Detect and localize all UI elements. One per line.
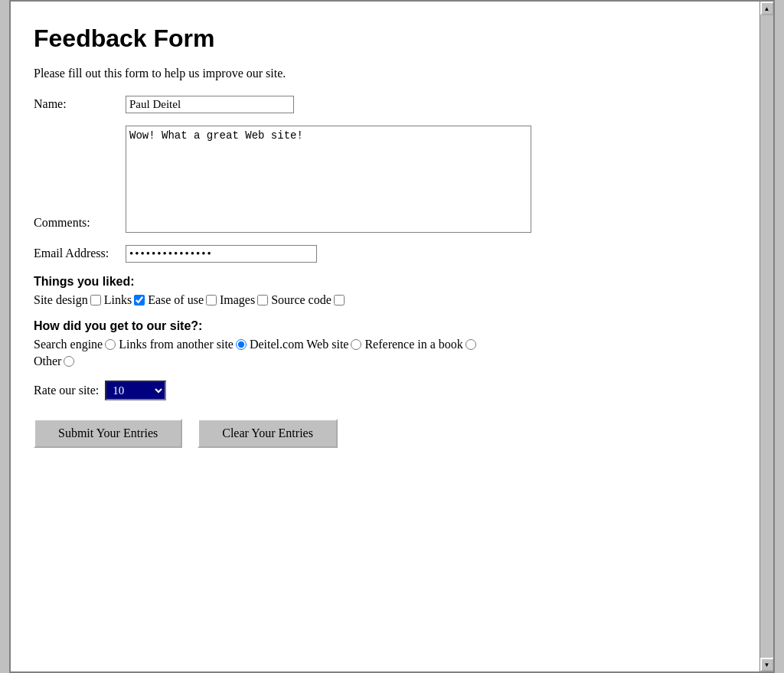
buttons-row: Submit Your Entries Clear Your Entries <box>34 419 743 448</box>
submit-button[interactable]: Submit Your Entries <box>34 419 182 448</box>
radio-links-from-another: Links from another site <box>119 338 247 351</box>
feedback-form: Name: Comments: Wow! What a great Web si… <box>34 96 743 448</box>
comments-label: Comments: <box>34 216 126 233</box>
checkbox-source-code: Source code <box>271 293 345 307</box>
scroll-track <box>760 15 774 658</box>
checkbox-images: Images <box>220 293 268 307</box>
radio-search-engine-label: Search engine <box>34 338 103 351</box>
checkbox-site-design-input[interactable] <box>90 295 101 305</box>
checkbox-ease-of-use-label: Ease of use <box>148 293 204 307</box>
rate-select[interactable]: 1 2 3 4 5 6 7 8 9 10 <box>105 381 166 400</box>
radio-other-label: Other <box>34 354 61 368</box>
scrollbar: ▲ ▼ <box>760 2 773 671</box>
radio-other-input[interactable] <box>64 356 74 367</box>
things-liked-heading: Things you liked: <box>34 275 743 289</box>
radio-reference-book-input[interactable] <box>466 339 476 350</box>
window-frame: Feedback Form Please fill out this form … <box>9 0 775 673</box>
radio-row: Search engine Links from another site De… <box>34 338 743 351</box>
name-label: Name: <box>34 96 126 111</box>
page-title: Feedback Form <box>34 25 743 53</box>
name-input[interactable] <box>126 96 294 113</box>
checkbox-ease-of-use-input[interactable] <box>206 295 217 305</box>
checkbox-source-code-input[interactable] <box>334 295 345 305</box>
name-row: Name: <box>34 96 743 113</box>
description: Please fill out this form to help us imp… <box>34 67 743 80</box>
radio-other: Other <box>34 354 74 368</box>
checkbox-links-input[interactable] <box>134 295 145 305</box>
clear-button[interactable]: Clear Your Entries <box>198 419 338 448</box>
radio-search-engine-input[interactable] <box>105 339 116 350</box>
radio-search-engine: Search engine <box>34 338 116 351</box>
checkbox-source-code-label: Source code <box>271 293 332 307</box>
radio-deitel-web-input[interactable] <box>351 339 361 350</box>
checkbox-links-label: Links <box>104 293 132 307</box>
rate-label: Rate our site: <box>34 384 99 397</box>
email-row: Email Address: <box>34 245 743 263</box>
comments-textarea[interactable]: Wow! What a great Web site! <box>126 126 531 233</box>
checkbox-images-label: Images <box>220 293 255 307</box>
comments-row: Comments: Wow! What a great Web site! <box>34 126 743 233</box>
checkbox-ease-of-use: Ease of use <box>148 293 217 307</box>
checkbox-site-design-label: Site design <box>34 293 88 307</box>
radio-links-from-another-label: Links from another site <box>119 338 234 351</box>
radio-deitel-web: Deitel.com Web site <box>250 338 362 351</box>
radio-reference-book: Reference in a book <box>364 338 475 351</box>
radio-deitel-web-label: Deitel.com Web site <box>250 338 349 351</box>
radio-section: How did you get to our site?: Search eng… <box>34 319 743 368</box>
checkbox-images-input[interactable] <box>257 295 268 305</box>
radio-links-from-another-input[interactable] <box>236 339 247 350</box>
checkbox-site-design: Site design <box>34 293 101 307</box>
radio-row-2: Other <box>34 354 743 368</box>
email-input[interactable] <box>126 245 317 263</box>
scroll-up-button[interactable]: ▲ <box>760 2 774 15</box>
radio-reference-book-label: Reference in a book <box>364 338 462 351</box>
checkbox-links: Links <box>104 293 145 307</box>
scroll-down-button[interactable]: ▼ <box>760 658 774 671</box>
how-found-heading: How did you get to our site?: <box>34 319 743 333</box>
rate-row: Rate our site: 1 2 3 4 5 6 7 8 9 10 <box>34 381 743 400</box>
checkboxes-row: Site design Links Ease of use Images Sou… <box>34 293 743 307</box>
email-label: Email Address: <box>34 245 126 260</box>
